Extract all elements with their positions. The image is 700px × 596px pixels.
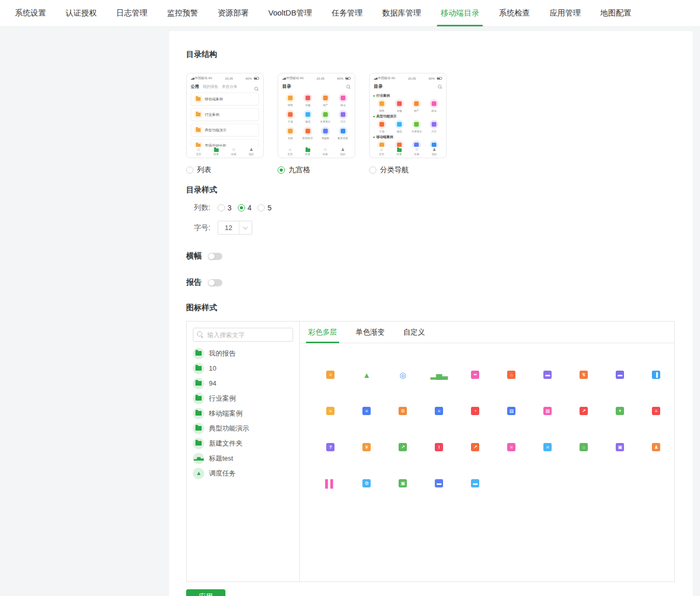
nav-tab-label: 地图配置 bbox=[600, 8, 631, 18]
layout-radio[interactable]: 列表 bbox=[186, 165, 264, 175]
selectable-icon[interactable]: ⚙ bbox=[394, 402, 412, 420]
phone-grid-cell: 市场 bbox=[281, 110, 299, 124]
phone-tab: 来自分享 bbox=[222, 84, 237, 89]
selectable-icon[interactable]: ≡ bbox=[358, 402, 375, 420]
folder-item[interactable]: ▂▅▃ ▲ 94 bbox=[193, 377, 293, 390]
selectable-icon[interactable]: ▐ bbox=[647, 366, 665, 384]
battery-label: 60% bbox=[337, 77, 343, 80]
folder-item[interactable]: ▂▅▃ ▲ 行业案例 bbox=[193, 392, 293, 405]
folder-item-label: 标题test bbox=[209, 454, 233, 463]
folder-item[interactable]: ▂▅▃ ▲ 调度任务 bbox=[193, 467, 293, 480]
radio-icon bbox=[369, 166, 376, 174]
nav-tab-label: 数据库管理 bbox=[382, 8, 421, 18]
icon-style-title: 图标样式 bbox=[186, 303, 675, 313]
nav-tab[interactable]: 应用管理 bbox=[540, 0, 590, 26]
directory-structure-title: 目录结构 bbox=[186, 50, 675, 59]
nav-tab[interactable]: 地图配置 bbox=[590, 0, 641, 26]
selectable-icon[interactable]: •• bbox=[466, 366, 484, 384]
selectable-icon[interactable]: ≡ bbox=[430, 402, 448, 420]
phone-nav-label: 目录 bbox=[305, 152, 310, 156]
category-icon bbox=[377, 99, 386, 108]
phone-status-bar: ▂▄▆ 中国移动 4G 20:25 60% bbox=[187, 73, 263, 82]
selectable-icon[interactable]: ♟ bbox=[647, 438, 665, 456]
selectable-icon[interactable]: ◎ bbox=[394, 366, 412, 384]
selectable-icon[interactable]: ↗ bbox=[394, 438, 412, 456]
folder-item[interactable]: ▂▅▃ ▲ 10 bbox=[193, 362, 293, 375]
selectable-icon[interactable]: ≡ bbox=[647, 402, 665, 420]
nav-tab[interactable]: 监控预警 bbox=[157, 0, 208, 26]
columns-radio[interactable]: 4 bbox=[238, 204, 252, 212]
selectable-icon[interactable]: ⌂ bbox=[575, 438, 592, 456]
nav-tab[interactable]: 系统设置 bbox=[5, 0, 56, 26]
selectable-icon[interactable]: ◔ bbox=[466, 402, 484, 420]
folder-item[interactable]: ▂▅▃ ▲ 我的报告 bbox=[193, 347, 293, 360]
phone-nav-label: 收藏 bbox=[231, 152, 236, 156]
folder-item[interactable]: ▂▅▃ ▲ 典型功能演示 bbox=[193, 422, 293, 435]
nav-tab[interactable]: VooltDB管理 bbox=[258, 0, 322, 26]
battery-label: 60% bbox=[246, 77, 252, 80]
selectable-icon[interactable]: ▲ bbox=[358, 366, 375, 384]
nav-tab-label: 资源部署 bbox=[218, 8, 249, 18]
report-toggle[interactable] bbox=[208, 279, 222, 286]
selectable-icon[interactable]: ↯ bbox=[575, 366, 592, 384]
selectable-icon[interactable]: ⚙ bbox=[358, 475, 375, 492]
layout-radio[interactable]: 分类导航 bbox=[369, 165, 447, 175]
nav-tab[interactable]: 系统检查 bbox=[489, 0, 540, 26]
nav-tab-label: 应用管理 bbox=[550, 8, 581, 18]
phone-bottom-nav: ⌂ 首页 目录 ☆ 收藏 ♟ 我的 bbox=[373, 147, 443, 156]
apply-button[interactable]: 应用 bbox=[186, 589, 225, 596]
layout-radio-label: 列表 bbox=[197, 165, 211, 175]
search-icon bbox=[438, 85, 442, 89]
selectable-icon[interactable]: + bbox=[611, 402, 629, 420]
selectable-icon[interactable]: ↗ bbox=[575, 402, 592, 420]
selectable-icon[interactable]: ≡ bbox=[539, 438, 556, 456]
selectable-icon[interactable]: ▂▅▃ bbox=[430, 366, 448, 384]
search-input[interactable] bbox=[193, 328, 293, 342]
selectable-icon[interactable]: ? bbox=[322, 438, 339, 456]
selectable-icon[interactable]: ▬ bbox=[611, 366, 629, 384]
phone-folder-item: 移动端案例 bbox=[191, 93, 259, 105]
selectable-icon[interactable]: ▤ bbox=[503, 402, 520, 420]
selectable-icon[interactable]: ¥ bbox=[358, 438, 375, 456]
nav-tab[interactable]: 数据库管理 bbox=[372, 0, 431, 26]
selectable-icon[interactable]: ▨ bbox=[539, 402, 556, 420]
columns-radio[interactable]: 5 bbox=[257, 204, 271, 212]
phone-nav-icon: ⌂ bbox=[197, 148, 200, 152]
time-label: 20:25 bbox=[408, 77, 416, 80]
category-label: 市场 bbox=[379, 130, 385, 133]
columns-radio[interactable]: 3 bbox=[218, 204, 232, 212]
selectable-icon[interactable]: ▬ bbox=[466, 475, 484, 492]
folder-icon bbox=[195, 381, 202, 386]
folder-item[interactable]: ▂▅▃ ▲ 标题test bbox=[193, 452, 293, 465]
nav-tab[interactable]: 任务管理 bbox=[322, 0, 372, 26]
layout-radio-label: 分类导航 bbox=[380, 165, 409, 175]
font-size-select[interactable]: 12 bbox=[218, 221, 252, 235]
selectable-icon[interactable]: ▣ bbox=[611, 438, 629, 456]
selectable-icon[interactable]: ▣ bbox=[394, 475, 412, 492]
selectable-icon[interactable]: ▌▌ bbox=[322, 475, 339, 492]
nav-tab[interactable]: 认证授权 bbox=[56, 0, 106, 26]
selectable-icon[interactable]: ▬ bbox=[539, 366, 556, 384]
icon-style-tab[interactable]: 彩色多层 bbox=[308, 322, 337, 343]
icon-style-tab[interactable]: 单色渐变 bbox=[356, 322, 385, 343]
selectable-icon[interactable]: ≡ bbox=[322, 402, 339, 420]
selectable-icon[interactable]: ▬ bbox=[430, 475, 448, 492]
icon-style-tab[interactable]: 自定义 bbox=[403, 322, 425, 343]
selectable-icon[interactable]: ↗ bbox=[466, 438, 484, 456]
selectable-icon[interactable]: ⌂ bbox=[503, 366, 520, 384]
battery-label: 60% bbox=[429, 77, 435, 80]
folder-item[interactable]: ▂▅▃ ▲ 移动端案例 bbox=[193, 407, 293, 420]
category-label: 地产 bbox=[323, 103, 328, 106]
nav-tab[interactable]: 日志管理 bbox=[106, 0, 157, 26]
nav-tab[interactable]: 资源部署 bbox=[208, 0, 258, 26]
banner-toggle[interactable] bbox=[208, 253, 222, 260]
phone-grid-cell: 保险 bbox=[281, 94, 299, 107]
selectable-icon[interactable]: ≡ bbox=[503, 438, 520, 456]
folder-item-label: 移动端案例 bbox=[209, 409, 242, 418]
selectable-icon[interactable]: ≡ bbox=[322, 366, 339, 384]
nav-tab[interactable]: 移动端目录 bbox=[431, 0, 489, 26]
selectable-icon[interactable]: ! bbox=[430, 438, 448, 456]
phone-grid-cell: 大屏展示 bbox=[316, 110, 334, 124]
layout-radio[interactable]: 九宫格 bbox=[278, 165, 355, 175]
folder-item[interactable]: ▂▅▃ ▲ 新建文件夹 bbox=[193, 437, 293, 450]
